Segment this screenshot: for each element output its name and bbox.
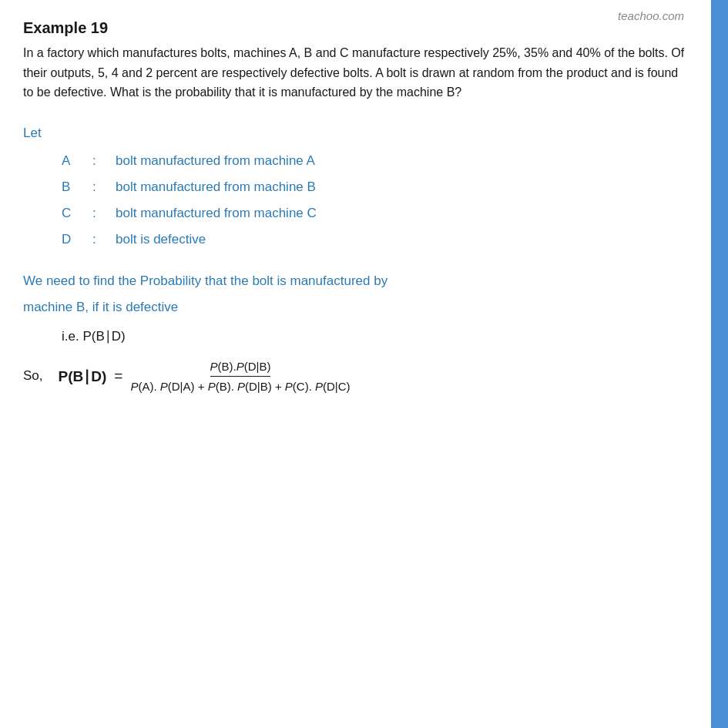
ie-text: i.e. P(B∣D) bbox=[62, 328, 688, 344]
fraction-denominator: P(A). P(D|A) + P(B). P(D|B) + P(C). P(D|… bbox=[130, 377, 350, 393]
let-label: Let bbox=[23, 126, 688, 141]
definitions-block: A : bolt manufactured from machine A B :… bbox=[62, 153, 688, 247]
example-title: Example 19 bbox=[23, 19, 688, 37]
right-sidebar bbox=[711, 0, 728, 728]
def-colon-a: : bbox=[92, 153, 100, 169]
def-var-d: D bbox=[62, 232, 92, 247]
fraction: P(B).P(D|B) P(A). P(D|A) + P(B). P(D|B) … bbox=[130, 360, 350, 393]
def-row-a: A : bolt manufactured from machine A bbox=[62, 153, 688, 169]
def-colon-c: : bbox=[92, 206, 100, 221]
problem-text: In a factory which manufactures bolts, m… bbox=[23, 43, 688, 102]
equals-sign: = bbox=[114, 367, 122, 384]
def-var-c: C bbox=[62, 206, 92, 221]
def-row-d: D : bolt is defective bbox=[62, 232, 688, 247]
content-area: teachoo.com Example 19 In a factory whic… bbox=[0, 0, 711, 728]
so-label: So, bbox=[23, 368, 43, 384]
def-desc-a: bolt manufactured from machine A bbox=[116, 153, 315, 169]
def-desc-c: bolt manufactured from machine C bbox=[116, 206, 317, 221]
def-desc-b: bolt manufactured from machine B bbox=[116, 179, 316, 195]
def-colon-d: : bbox=[92, 232, 100, 247]
def-row-b: B : bolt manufactured from machine B bbox=[62, 179, 688, 195]
find-text-line2: machine B, if it is defective bbox=[23, 297, 688, 319]
so-row: So, P(B∣D) = P(B).P(D|B) P(A). P(D|A) + … bbox=[23, 360, 688, 393]
find-text-line1: We need to find the Probability that the… bbox=[23, 270, 688, 293]
page-container: teachoo.com Example 19 In a factory whic… bbox=[0, 0, 728, 728]
def-desc-d: bolt is defective bbox=[116, 232, 206, 247]
pbid-label: P(B∣D) bbox=[59, 367, 107, 385]
def-var-a: A bbox=[62, 153, 92, 169]
fraction-numerator: P(B).P(D|B) bbox=[210, 360, 271, 377]
watermark: teachoo.com bbox=[618, 9, 684, 22]
def-colon-b: : bbox=[92, 179, 100, 195]
def-row-c: C : bolt manufactured from machine C bbox=[62, 206, 688, 221]
def-var-b: B bbox=[62, 179, 92, 195]
